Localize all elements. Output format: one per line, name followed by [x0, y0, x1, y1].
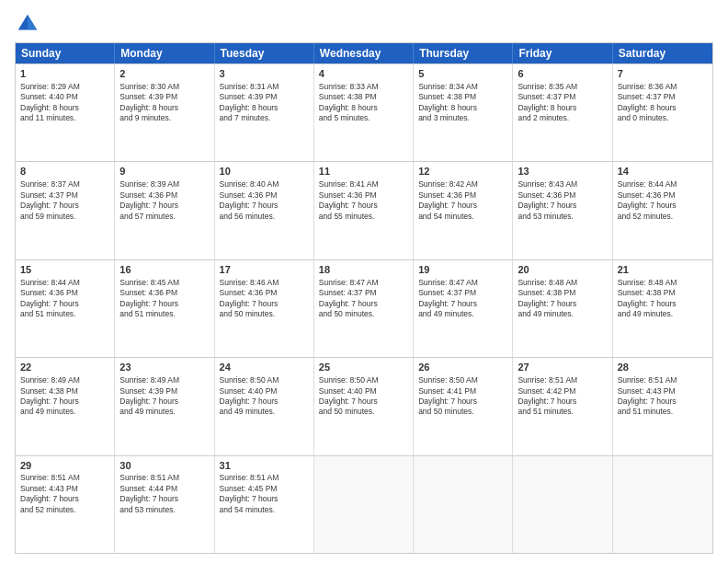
- day-info-line: Sunrise: 8:39 AM: [119, 179, 209, 190]
- day-info-line: Daylight: 7 hours: [119, 396, 209, 407]
- day-info-line: and 49 minutes.: [119, 407, 209, 417]
- header-day-tuesday: Tuesday: [215, 43, 314, 63]
- week-row-2: 8Sunrise: 8:37 AMSunset: 4:37 PMDaylight…: [16, 161, 712, 259]
- day-info-line: Daylight: 8 hours: [418, 103, 507, 113]
- day-info-line: Sunrise: 8:47 AM: [418, 278, 507, 288]
- day-info-line: Daylight: 7 hours: [119, 201, 209, 211]
- week-row-3: 15Sunrise: 8:44 AMSunset: 4:36 PMDayligh…: [16, 259, 712, 357]
- day-info-line: Sunrise: 8:37 AM: [20, 179, 109, 190]
- day-info-line: Sunset: 4:40 PM: [20, 92, 109, 102]
- cal-cell-empty-3: [314, 456, 414, 553]
- day-info-line: and 0 minutes.: [618, 113, 708, 123]
- day-info-line: Daylight: 7 hours: [518, 299, 607, 309]
- day-info-line: Daylight: 7 hours: [618, 299, 708, 309]
- day-number: 28: [618, 361, 708, 374]
- day-info-line: Daylight: 7 hours: [418, 201, 507, 211]
- day-info-line: Daylight: 7 hours: [20, 396, 109, 407]
- cal-cell-25: 25Sunrise: 8:50 AMSunset: 4:40 PMDayligh…: [314, 358, 414, 454]
- day-info-line: Sunrise: 8:40 AM: [220, 179, 309, 190]
- day-info-line: and 53 minutes.: [518, 212, 607, 222]
- logo-icon: [15, 11, 40, 37]
- cal-cell-23: 23Sunrise: 8:49 AMSunset: 4:39 PMDayligh…: [115, 358, 214, 454]
- day-info-line: Sunset: 4:36 PM: [518, 190, 607, 201]
- day-info-line: Sunrise: 8:48 AM: [618, 278, 708, 288]
- day-info-line: and 2 minutes.: [518, 113, 607, 123]
- cal-cell-19: 19Sunrise: 8:47 AMSunset: 4:37 PMDayligh…: [414, 260, 513, 357]
- day-info-line: Sunset: 4:37 PM: [20, 190, 109, 201]
- cal-cell-8: 8Sunrise: 8:37 AMSunset: 4:37 PMDaylight…: [16, 162, 115, 259]
- day-info-line: and 50 minutes.: [319, 309, 408, 319]
- header-day-thursday: Thursday: [414, 43, 513, 63]
- day-number: 9: [119, 165, 209, 178]
- day-info-line: and 55 minutes.: [319, 212, 408, 222]
- cal-cell-11: 11Sunrise: 8:41 AMSunset: 4:36 PMDayligh…: [314, 162, 414, 259]
- week-row-4: 22Sunrise: 8:49 AMSunset: 4:38 PMDayligh…: [16, 357, 712, 454]
- day-info-line: Daylight: 7 hours: [418, 396, 507, 407]
- cal-cell-17: 17Sunrise: 8:46 AMSunset: 4:36 PMDayligh…: [215, 260, 314, 357]
- day-info-line: Daylight: 7 hours: [319, 201, 408, 211]
- day-number: 12: [418, 165, 507, 178]
- day-info-line: Sunset: 4:40 PM: [319, 386, 408, 396]
- day-number: 6: [518, 67, 607, 81]
- day-info-line: and 57 minutes.: [119, 212, 209, 222]
- day-info-line: Sunset: 4:37 PM: [418, 288, 507, 298]
- cal-cell-1: 1Sunrise: 8:29 AMSunset: 4:40 PMDaylight…: [16, 64, 115, 161]
- day-info-line: and 11 minutes.: [20, 113, 109, 123]
- day-info-line: Sunset: 4:38 PM: [418, 92, 507, 102]
- day-info-line: Sunset: 4:36 PM: [618, 190, 708, 201]
- day-info-line: Sunset: 4:36 PM: [220, 190, 309, 201]
- day-info-line: Sunrise: 8:43 AM: [518, 179, 607, 190]
- day-info-line: and 7 minutes.: [220, 113, 309, 123]
- day-info-line: Sunset: 4:37 PM: [518, 92, 607, 102]
- day-info-line: Sunset: 4:36 PM: [20, 288, 109, 298]
- day-info-line: Sunset: 4:38 PM: [319, 92, 408, 102]
- day-info-line: Sunrise: 8:50 AM: [418, 375, 507, 385]
- day-number: 7: [618, 67, 708, 81]
- day-info-line: Sunrise: 8:49 AM: [20, 375, 109, 385]
- day-number: 23: [119, 361, 209, 374]
- day-info-line: Sunrise: 8:45 AM: [119, 278, 209, 288]
- day-number: 1: [20, 67, 109, 81]
- day-info-line: Daylight: 8 hours: [618, 103, 708, 113]
- logo: [15, 11, 44, 37]
- day-number: 26: [418, 361, 507, 374]
- day-info-line: Daylight: 7 hours: [20, 299, 109, 309]
- day-info-line: and 54 minutes.: [220, 505, 309, 515]
- cal-cell-12: 12Sunrise: 8:42 AMSunset: 4:36 PMDayligh…: [414, 162, 513, 259]
- cal-cell-16: 16Sunrise: 8:45 AMSunset: 4:36 PMDayligh…: [115, 260, 214, 357]
- day-info-line: and 50 minutes.: [418, 407, 507, 417]
- header-day-saturday: Saturday: [613, 43, 712, 63]
- cal-cell-30: 30Sunrise: 8:51 AMSunset: 4:44 PMDayligh…: [115, 456, 214, 553]
- day-info-line: and 49 minutes.: [20, 407, 109, 417]
- cal-cell-31: 31Sunrise: 8:51 AMSunset: 4:45 PMDayligh…: [215, 456, 314, 553]
- cal-cell-9: 9Sunrise: 8:39 AMSunset: 4:36 PMDaylight…: [115, 162, 214, 259]
- day-number: 30: [119, 459, 209, 473]
- day-info-line: and 56 minutes.: [220, 212, 309, 222]
- cal-cell-10: 10Sunrise: 8:40 AMSunset: 4:36 PMDayligh…: [215, 162, 314, 259]
- day-info-line: Daylight: 7 hours: [418, 299, 507, 309]
- day-info-line: and 59 minutes.: [20, 212, 109, 222]
- day-info-line: and 51 minutes.: [20, 309, 109, 319]
- day-info-line: Daylight: 7 hours: [119, 494, 209, 504]
- day-info-line: Sunrise: 8:34 AM: [418, 82, 507, 92]
- day-info-line: Sunrise: 8:44 AM: [20, 278, 109, 288]
- day-info-line: and 49 minutes.: [618, 309, 708, 319]
- cal-cell-20: 20Sunrise: 8:48 AMSunset: 4:38 PMDayligh…: [513, 260, 612, 357]
- day-info-line: and 49 minutes.: [220, 407, 309, 417]
- week-row-5: 29Sunrise: 8:51 AMSunset: 4:43 PMDayligh…: [16, 455, 712, 553]
- day-info-line: and 3 minutes.: [418, 113, 507, 123]
- day-info-line: Daylight: 7 hours: [220, 494, 309, 504]
- day-info-line: Sunrise: 8:35 AM: [518, 82, 607, 92]
- day-info-line: and 52 minutes.: [618, 212, 708, 222]
- calendar-body: 1Sunrise: 8:29 AMSunset: 4:40 PMDaylight…: [16, 63, 712, 553]
- day-number: 27: [518, 361, 607, 374]
- day-number: 19: [418, 263, 507, 277]
- cal-cell-13: 13Sunrise: 8:43 AMSunset: 4:36 PMDayligh…: [513, 162, 612, 259]
- day-info-line: and 52 minutes.: [20, 505, 109, 515]
- day-info-line: Daylight: 7 hours: [319, 396, 408, 407]
- page: SundayMondayTuesdayWednesdayThursdayFrid…: [0, 0, 728, 563]
- cal-cell-empty-5: [513, 456, 612, 553]
- day-info-line: Sunset: 4:36 PM: [220, 288, 309, 298]
- day-info-line: and 50 minutes.: [220, 309, 309, 319]
- day-info-line: Daylight: 7 hours: [319, 299, 408, 309]
